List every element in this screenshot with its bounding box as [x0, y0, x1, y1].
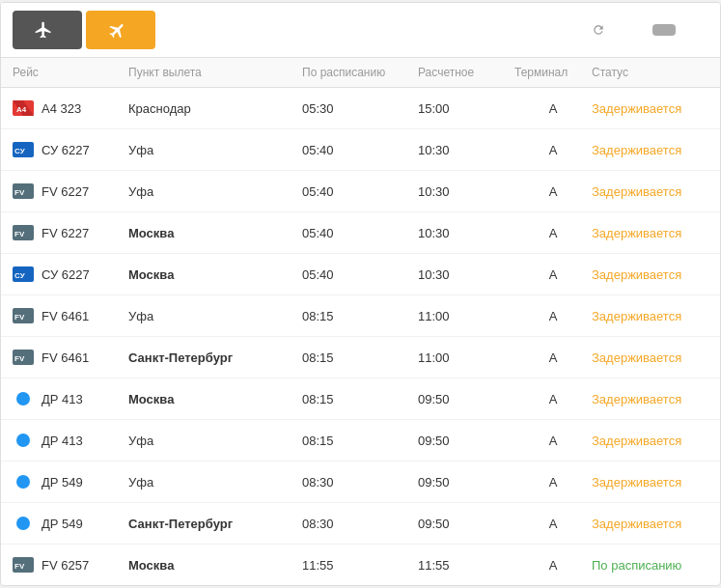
- flight-estimated: 11:00: [418, 350, 514, 365]
- flight-scheduled: 11:55: [302, 558, 418, 573]
- flight-id: СУ 6227: [42, 267, 90, 282]
- flight-scheduled: 08:15: [302, 392, 418, 406]
- flight-terminal: A: [514, 143, 592, 157]
- flight-status: Задерживается: [592, 226, 708, 240]
- main-container: Рейс Пункт вылета По расписанию Расчетно…: [0, 2, 721, 586]
- flight-terminal: A: [514, 350, 592, 365]
- flight-estimated: 09:50: [418, 392, 514, 406]
- flight-status: Задерживается: [592, 434, 708, 448]
- flight-origin: Санкт-Петербург: [128, 350, 302, 365]
- table-row[interactable]: FV FV 6257 Москва 11:55 11:55 A По распи…: [1, 545, 720, 585]
- flight-origin: Уфа: [128, 184, 302, 199]
- table-row[interactable]: FV FV 6461 Санкт-Петербург 08:15 11:00 A…: [1, 337, 720, 378]
- flight-number: FV FV 6227: [13, 222, 128, 243]
- airline-icon: [13, 430, 34, 451]
- table-row[interactable]: ДР 549 Уфа 08:30 09:50 A Задерживается: [1, 462, 720, 503]
- flight-number: ДР 549: [13, 513, 128, 534]
- flight-estimated: 10:30: [418, 143, 514, 157]
- flight-estimated: 10:30: [418, 226, 514, 240]
- table-row[interactable]: FV FV 6461 Уфа 08:15 11:00 A Задерживает…: [1, 295, 720, 337]
- col-estimated: Расчетное: [418, 66, 514, 79]
- svg-text:FV: FV: [14, 188, 25, 197]
- tab-departure[interactable]: [13, 11, 82, 49]
- svg-text:СУ: СУ: [14, 271, 26, 280]
- flight-id: A4 323: [42, 101, 81, 116]
- airline-icon: FV: [13, 222, 34, 243]
- flight-terminal: A: [514, 434, 592, 448]
- airline-icon: FV: [13, 347, 34, 368]
- flight-origin: Уфа: [128, 475, 302, 490]
- flight-scheduled: 05:40: [302, 143, 418, 157]
- flight-origin: Москва: [128, 226, 302, 240]
- flight-origin: Уфа: [128, 143, 302, 157]
- day-tomorrow-button[interactable]: [685, 24, 708, 36]
- flight-id: FV 6227: [42, 184, 89, 199]
- table-row[interactable]: СУ СУ 6227 Уфа 05:40 10:30 A Задерживает…: [1, 129, 720, 171]
- refresh-button[interactable]: [592, 23, 610, 37]
- table-header: Рейс Пункт вылета По расписанию Расчетно…: [1, 58, 720, 88]
- refresh-icon: [592, 23, 605, 37]
- tab-arrival[interactable]: [86, 11, 155, 49]
- airline-icon: FV: [13, 181, 34, 202]
- col-status: Статус: [592, 66, 708, 79]
- day-yesterday-button[interactable]: [620, 24, 643, 36]
- flight-id: ДР 413: [42, 434, 83, 448]
- flight-id: FV 6461: [42, 309, 89, 323]
- flight-origin: Уфа: [128, 434, 302, 448]
- flight-number: FV FV 6461: [13, 305, 128, 326]
- flight-number: ДР 549: [13, 471, 128, 492]
- airline-icon: СУ: [13, 264, 34, 285]
- flight-status: Задерживается: [592, 267, 708, 282]
- flight-status: Задерживается: [592, 475, 708, 490]
- flight-number: FV FV 6461: [13, 347, 128, 368]
- table-row[interactable]: FV FV 6227 Москва 05:40 10:30 A Задержив…: [1, 212, 720, 254]
- table-row[interactable]: ДР 413 Москва 08:15 09:50 A Задерживаетс…: [1, 378, 720, 420]
- table-row[interactable]: СУ СУ 6227 Москва 05:40 10:30 A Задержив…: [1, 254, 720, 295]
- header-actions: [592, 23, 708, 37]
- table-row[interactable]: ДР 549 Санкт-Петербург 08:30 09:50 A Зад…: [1, 503, 720, 545]
- flight-status: По расписанию: [592, 558, 708, 573]
- airline-icon: FV: [13, 305, 34, 326]
- col-scheduled: По расписанию: [302, 66, 418, 79]
- flight-origin: Уфа: [128, 309, 302, 323]
- header: [1, 3, 720, 58]
- flight-number: FV FV 6227: [13, 181, 128, 202]
- flight-scheduled: 08:30: [302, 517, 418, 531]
- table-row[interactable]: ДР 413 Уфа 08:15 09:50 A Задерживается: [1, 420, 720, 462]
- flight-terminal: A: [514, 517, 592, 531]
- flight-scheduled: 08:15: [302, 434, 418, 448]
- departure-icon: [34, 20, 53, 40]
- flight-scheduled: 05:30: [302, 101, 418, 116]
- flight-number: СУ СУ 6227: [13, 139, 128, 160]
- flight-terminal: A: [514, 267, 592, 282]
- flight-id: ДР 413: [42, 392, 83, 406]
- svg-text:FV: FV: [14, 562, 25, 571]
- flight-status: Задерживается: [592, 309, 708, 323]
- day-today-button[interactable]: [652, 24, 676, 36]
- flight-list: A4 A4 323 Краснодар 05:30 15:00 A Задерж…: [1, 88, 720, 585]
- flight-terminal: A: [514, 475, 592, 490]
- table-row[interactable]: A4 A4 323 Краснодар 05:30 15:00 A Задерж…: [1, 88, 720, 129]
- flight-origin: Москва: [128, 558, 302, 573]
- flight-origin: Москва: [128, 267, 302, 282]
- flight-estimated: 15:00: [418, 101, 514, 116]
- col-terminal: Терминал: [514, 66, 592, 79]
- svg-text:СУ: СУ: [14, 147, 26, 155]
- flight-scheduled: 08:30: [302, 475, 418, 490]
- svg-text:FV: FV: [14, 313, 25, 322]
- flight-origin: Санкт-Петербург: [128, 517, 302, 531]
- flight-status: Задерживается: [592, 517, 708, 531]
- airline-icon: [13, 513, 34, 534]
- flight-status: Задерживается: [592, 184, 708, 199]
- svg-text:A4: A4: [16, 105, 27, 114]
- flight-origin: Краснодар: [128, 101, 302, 116]
- col-flight: Рейс: [13, 66, 128, 79]
- flight-number: ДР 413: [13, 388, 128, 409]
- flight-number: A4 A4 323: [13, 98, 128, 119]
- flight-estimated: 11:00: [418, 309, 514, 323]
- flight-terminal: A: [514, 309, 592, 323]
- flight-estimated: 09:50: [418, 475, 514, 490]
- flight-estimated: 09:50: [418, 434, 514, 448]
- table-row[interactable]: FV FV 6227 Уфа 05:40 10:30 A Задерживает…: [1, 171, 720, 212]
- flight-scheduled: 08:15: [302, 309, 418, 323]
